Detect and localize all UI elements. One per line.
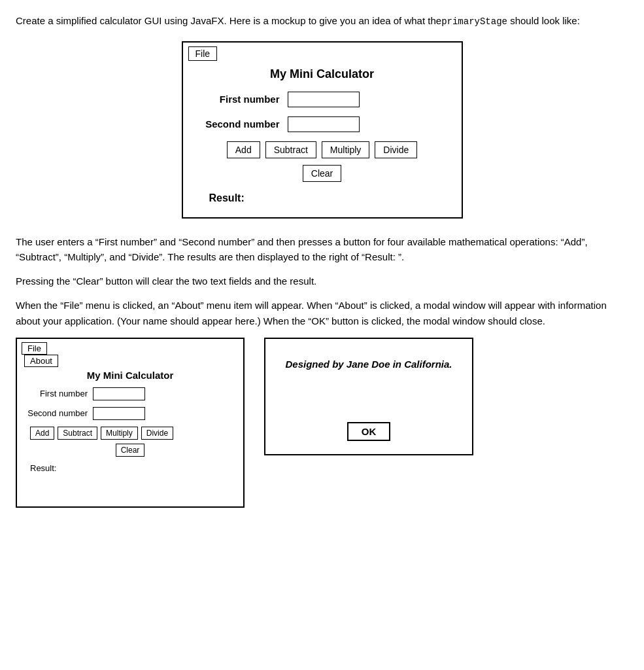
operation-buttons-row: Add Subtract Multiply Divide [203,141,442,158]
second-number-input[interactable] [288,116,360,132]
small-operation-buttons-row: Add Subtract Multiply Divide [27,427,233,440]
first-number-label: First number [203,94,288,105]
small-divide-button[interactable]: Divide [141,427,173,440]
small-multiply-button[interactable]: Multiply [101,427,138,440]
bottom-section: File About My Mini Calculator First numb… [16,338,628,508]
desc3-paragraph: When the “File” menu is clicked, an “Abo… [16,298,628,328]
modal-window: Designed by Jane Doe in California. OK [264,338,473,455]
divide-button[interactable]: Divide [375,141,417,158]
result-row: Result: [203,192,442,204]
small-first-number-row: First number [27,387,233,400]
subtract-button[interactable]: Subtract [265,141,316,158]
small-second-number-input[interactable] [93,407,145,420]
small-mockup-title: My Mini Calculator [17,367,243,387]
multiply-button[interactable]: Multiply [322,141,369,158]
large-file-menu-button[interactable]: File [188,46,218,61]
desc2-paragraph: Pressing the “Clear” button will clear t… [16,273,628,289]
small-first-number-label: First number [27,389,93,398]
large-mockup-body: First number Second number Add Subtract … [183,92,462,217]
second-number-label: Second number [203,118,288,130]
small-file-menu-button[interactable]: File [22,342,47,355]
modal-ok-row: OK [279,422,459,441]
intro-paragraph: Create a simplified calculator GUI using… [16,13,628,29]
large-menubar: File [183,43,462,61]
small-clear-row: Clear [27,444,233,457]
clear-button[interactable]: Clear [303,165,341,182]
modal-ok-button[interactable]: OK [347,422,391,441]
first-number-row: First number [203,92,442,107]
small-first-number-input[interactable] [93,387,145,400]
desc1-paragraph: The user enters a “First number” and “Se… [16,234,628,265]
small-result-row: Result: [27,463,233,473]
small-add-button[interactable]: Add [30,427,54,440]
small-clear-button[interactable]: Clear [116,444,145,457]
modal-text: Designed by Jane Doe in California. [279,359,459,370]
small-menubar: File About [17,339,243,367]
second-number-row: Second number [203,116,442,132]
first-number-input[interactable] [288,92,360,107]
small-about-menu-item[interactable]: About [24,355,58,367]
small-mockup-body: First number Second number Add Subtract … [17,387,243,482]
small-mockup-window: File About My Mini Calculator First numb… [16,338,245,508]
large-mockup-window: File My Mini Calculator First number Sec… [182,41,463,219]
small-subtract-button[interactable]: Subtract [58,427,97,440]
intro-code: primaryStage [441,16,507,27]
large-mockup-title: My Mini Calculator [183,61,462,92]
intro-text-1: Create a simplified calculator GUI using… [16,15,441,26]
clear-row: Clear [203,165,442,182]
small-second-number-label: Second number [27,408,93,418]
intro-text-1b: should look like: [507,15,580,26]
add-button[interactable]: Add [227,141,260,158]
small-second-number-row: Second number [27,407,233,420]
